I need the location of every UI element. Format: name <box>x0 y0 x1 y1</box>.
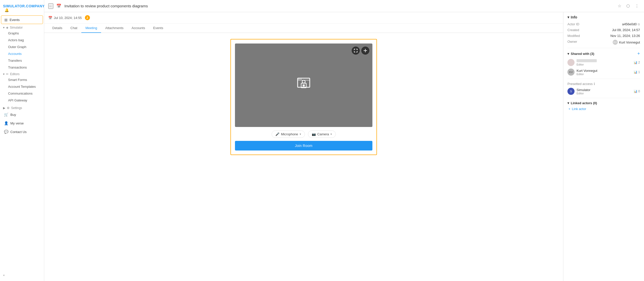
link-actor-button[interactable]: + Link actor <box>567 107 640 111</box>
simulator-stat: 📊 0 <box>634 90 640 93</box>
kurt-role: Editor <box>577 73 632 76</box>
sidebar-collapse-button[interactable]: « <box>0 271 44 279</box>
sidebar-item-transfers[interactable]: Transfers <box>1 57 43 64</box>
tab-attachments[interactable]: Attachments <box>101 24 127 33</box>
move-video-button[interactable] <box>361 47 369 55</box>
camera-dropdown[interactable]: 📷 Camera ▾ <box>308 131 336 138</box>
sidebar-item-communications[interactable]: Communications <box>1 90 43 97</box>
microphone-icon: 🎤 <box>275 132 279 136</box>
sidebar-item-actors-bag[interactable]: Actors bag <box>1 37 43 43</box>
divider-1 <box>567 48 640 48</box>
topbar-actions: ☆ ⬡ ⋮ <box>617 3 640 9</box>
back-button[interactable]: ← <box>48 3 53 9</box>
user-avatar-kurt: KV <box>567 69 575 76</box>
sidebar-section-simulator[interactable]: ▾ ◈ Simulator <box>0 24 44 30</box>
join-room-button[interactable]: Join Room <box>235 141 372 150</box>
sidebar-item-transactions[interactable]: Transactions <box>1 64 43 71</box>
shared-user-blurred: Editor 📊 2 <box>567 59 640 66</box>
simulator-user-info: Simulator Editor <box>577 88 632 95</box>
owner-value: KV Kurt Vonnegut <box>613 40 640 45</box>
kurt-username: Kurt Vonnegut <box>577 69 632 73</box>
sidebar-item-api-gateway[interactable]: API Gateway <box>1 97 43 103</box>
sidebar-buy-label: Buy <box>10 113 16 117</box>
meeting-controls-row: 🎤 Microphone ▾ 📷 Camera ▾ <box>235 131 372 138</box>
sidebar-item-accounts[interactable]: Accounts <box>1 51 43 57</box>
svg-point-1 <box>302 80 305 83</box>
simulator-icon: ◈ <box>6 26 8 29</box>
notification-icon[interactable]: 🔔 <box>5 8 9 12</box>
modified-label: Modified <box>567 34 580 38</box>
sidebar-section-settings[interactable]: ▶ ⚙ Settings <box>0 105 44 110</box>
video-area <box>235 44 372 127</box>
buy-icon: 🛒 <box>4 113 8 117</box>
linked-actors-header[interactable]: ▾ Linked actors (0) <box>567 101 640 105</box>
simulator-section-arrow: ▾ <box>3 26 5 29</box>
main-area: ← 📅 Invitation to review product compone… <box>44 0 644 281</box>
user-info-kurt: Kurt Vonnegut Editor <box>577 69 632 76</box>
modified-value: Nov 11, 2024; 13:26 <box>610 34 640 38</box>
svg-point-5 <box>298 79 299 80</box>
actor-id-value: a456e0d0 ⧉ <box>622 22 640 26</box>
brand-prefix: SIMULATOR <box>3 4 25 8</box>
sidebar-item-smart-forms[interactable]: Smart Forms <box>1 77 43 83</box>
microphone-chevron-icon: ▾ <box>300 133 301 136</box>
video-overlay-controls <box>352 47 369 55</box>
microphone-label: Microphone <box>281 132 298 136</box>
event-badge: 2 <box>85 15 90 20</box>
simulator-username: Simulator <box>577 88 632 92</box>
sidebar-item-buy[interactable]: 🛒 Buy <box>1 111 43 119</box>
move-icon <box>363 49 367 53</box>
created-value: Jul 09, 2024; 14:57 <box>612 28 640 32</box>
tab-chat[interactable]: Chat <box>66 24 81 33</box>
sidebar: SIMULATOR.COMPANY 🔔 ▦ Events ▾ ◈ Simulat… <box>0 0 44 281</box>
owner-label: Owner <box>567 40 577 45</box>
shared-with-header: ▾ Shared with (3) + <box>567 51 640 56</box>
sidebar-item-graphs[interactable]: Graphs <box>1 30 43 36</box>
tab-details[interactable]: Details <box>48 24 66 33</box>
sidebar-section-editors[interactable]: ▾ ✏ Editors <box>0 71 44 76</box>
user-info-blurred: Editor <box>577 59 632 66</box>
svg-rect-3 <box>303 84 305 87</box>
sidebar-item-events[interactable]: ▦ Events <box>1 15 43 24</box>
layers-button[interactable]: ⬡ <box>625 3 631 9</box>
page-title: Invitation to review product components … <box>64 4 614 8</box>
divider-3 <box>567 98 640 98</box>
sidebar-settings-label: Settings <box>11 106 22 110</box>
locked-room-icon <box>296 77 312 93</box>
linked-actors-section: ▾ Linked actors (0) + Link actor <box>567 101 640 111</box>
tab-accounts[interactable]: Accounts <box>128 24 149 33</box>
star-button[interactable]: ☆ <box>617 3 622 9</box>
preset-access-label: Presetted access ℹ <box>567 82 640 86</box>
svg-point-6 <box>300 79 300 80</box>
modified-row: Modified Nov 11, 2024; 13:26 <box>567 34 640 38</box>
microphone-dropdown[interactable]: 🎤 Microphone ▾ <box>272 131 305 138</box>
meeting-area: 🎤 Microphone ▾ 📷 Camera ▾ Join Room <box>44 33 563 161</box>
sidebar-item-my-verse[interactable]: 👤 My verse <box>1 119 43 127</box>
tab-meeting[interactable]: Meeting <box>81 24 101 33</box>
event-date-value: Jul 10, 2024; 14:55 <box>54 16 82 20</box>
sidebar-item-label: Events <box>10 18 20 22</box>
add-shared-user-button[interactable]: + <box>637 51 640 56</box>
user-role-blurred: Editor <box>577 63 632 66</box>
contact-us-icon: 💬 <box>4 130 8 134</box>
preset-access-section: Presetted access ℹ S Simulator Editor 📊 … <box>567 82 640 95</box>
linked-actors-title: Linked actors (0) <box>571 101 597 105</box>
shared-arrow-icon: ▾ <box>567 52 569 56</box>
expand-video-button[interactable] <box>352 47 360 55</box>
user-avatar-blurred <box>567 59 575 66</box>
expand-icon <box>354 49 358 53</box>
sidebar-myverse-label: My verse <box>10 121 24 125</box>
sidebar-item-outer-graph[interactable]: Outer Graph <box>1 44 43 50</box>
linked-arrow-icon: ▾ <box>567 101 569 105</box>
copy-actor-id-icon[interactable]: ⧉ <box>638 23 640 26</box>
created-row: Created Jul 09, 2024; 14:57 <box>567 28 640 32</box>
info-arrow-icon: ▾ <box>567 15 569 19</box>
tab-events[interactable]: Events <box>149 24 167 33</box>
main-content: 📅 Jul 10, 2024; 14:55 2 Details Chat Mee… <box>44 12 563 281</box>
editors-section-arrow: ▾ <box>3 72 5 76</box>
sidebar-item-account-templates[interactable]: Account Templates <box>1 83 43 90</box>
sidebar-item-contact-us[interactable]: 💬 Contact Us <box>1 128 43 136</box>
more-menu-button[interactable]: ⋮ <box>634 3 640 9</box>
tab-bar: Details Chat Meeting Attachments Account… <box>44 24 563 33</box>
meeting-container: 🎤 Microphone ▾ 📷 Camera ▾ Join Room <box>230 39 377 155</box>
